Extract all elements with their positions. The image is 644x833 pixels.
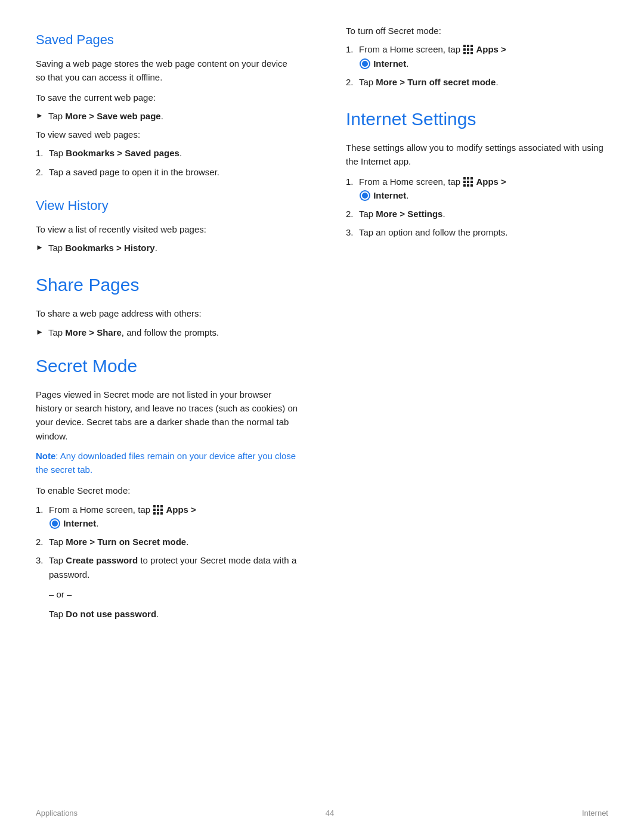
- enable-step-2: 2. Tap More > Turn on Secret mode.: [36, 535, 298, 549]
- saved-pages-section: Saved Pages Saving a web page stores the…: [36, 30, 298, 179]
- left-column: Saved Pages Saving a web page stores the…: [36, 24, 322, 637]
- view-history-section: View History To view a list of recently …: [36, 196, 298, 255]
- footer-center: 44: [326, 807, 334, 819]
- or-text: – or –: [49, 587, 298, 601]
- settings-step-2: 2. Tap More > Settings.: [346, 207, 608, 221]
- note-label: Note: [36, 451, 55, 461]
- view-history-title: View History: [36, 196, 298, 215]
- history-bullet: ► Tap Bookmarks > History.: [36, 241, 298, 255]
- share-bullet: ► Tap More > Share, and follow the promp…: [36, 326, 298, 339]
- view-history-instruction: To view a list of recently visited web p…: [36, 222, 298, 236]
- turn-off-instruction: To turn off Secret mode:: [346, 24, 608, 38]
- view-steps-list: 1. Tap Bookmarks > Saved pages. 2. Tap a…: [36, 146, 298, 179]
- footer: Applications 44 Internet: [0, 807, 644, 819]
- bullet-arrow-icon: ►: [36, 110, 44, 122]
- share-pages-section: Share Pages To share a web page address …: [36, 271, 298, 339]
- enable-step-1: 1. From a Home screen, tap Apps > Intern…: [36, 503, 298, 531]
- do-not-use-text: Tap Do not use password.: [49, 607, 298, 621]
- internet-settings-steps-list: 1. From a Home screen, tap Apps > Intern…: [346, 175, 608, 240]
- bullet-arrow-icon-2: ►: [36, 241, 44, 253]
- apps-grid-icon: [153, 505, 163, 515]
- turn-off-steps-list: 1. From a Home screen, tap Apps > Intern…: [346, 42, 608, 89]
- turn-off-section: To turn off Secret mode: 1. From a Home …: [346, 24, 608, 89]
- settings-step-1: 1. From a Home screen, tap Apps > Intern…: [346, 175, 608, 203]
- save-bullet-text: Tap More > Save web page.: [48, 109, 163, 123]
- internet-app-icon-3: [360, 190, 370, 201]
- note-text-body: : Any downloaded files remain on your de…: [36, 451, 296, 475]
- or-separator: – or –: [49, 587, 298, 601]
- bullet-arrow-icon-3: ►: [36, 326, 44, 338]
- view-step-2: 2. Tap a saved page to open it in the br…: [36, 165, 298, 179]
- secret-mode-note: Note: Any downloaded files remain on you…: [36, 449, 298, 477]
- enable-instruction: To enable Secret mode:: [36, 484, 298, 497]
- footer-right: Internet: [582, 807, 608, 819]
- view-instruction: To view saved web pages:: [36, 128, 298, 141]
- footer-left: Applications: [36, 807, 78, 819]
- share-pages-title: Share Pages: [36, 271, 298, 298]
- secret-mode-title: Secret Mode: [36, 352, 298, 379]
- view-step-1: 1. Tap Bookmarks > Saved pages.: [36, 146, 298, 160]
- enable-step-3: 3. Tap Create password to protect your S…: [36, 553, 298, 581]
- apps-grid-icon-3: [463, 177, 473, 187]
- turn-off-step-1: 1. From a Home screen, tap Apps > Intern…: [346, 42, 608, 70]
- saved-pages-intro: Saving a web page stores the web page co…: [36, 57, 298, 85]
- share-pages-instruction: To share a web page address with others:: [36, 306, 298, 320]
- settings-step-3: 3. Tap an option and follow the prompts.: [346, 225, 608, 239]
- internet-settings-title: Internet Settings: [346, 106, 608, 132]
- internet-settings-section: Internet Settings These settings allow y…: [346, 106, 608, 240]
- turn-off-step-2: 2. Tap More > Turn off secret mode.: [346, 75, 608, 89]
- internet-app-icon: [49, 518, 60, 529]
- save-bullet: ► Tap More > Save web page.: [36, 109, 298, 123]
- share-bullet-text: Tap More > Share, and follow the prompts…: [48, 326, 219, 339]
- enable-steps-list: 1. From a Home screen, tap Apps > Intern…: [36, 503, 298, 581]
- internet-settings-intro: These settings allow you to modify setti…: [346, 141, 608, 169]
- secret-mode-intro: Pages viewed in Secret mode are not list…: [36, 388, 298, 443]
- save-instruction: To save the current web page:: [36, 91, 298, 104]
- saved-pages-title: Saved Pages: [36, 30, 298, 49]
- internet-app-icon-2: [360, 58, 370, 69]
- secret-mode-section: Secret Mode Pages viewed in Secret mode …: [36, 352, 298, 621]
- history-bullet-text: Tap Bookmarks > History.: [48, 241, 157, 255]
- apps-grid-icon-2: [463, 45, 473, 54]
- right-column: To turn off Secret mode: 1. From a Home …: [322, 24, 608, 637]
